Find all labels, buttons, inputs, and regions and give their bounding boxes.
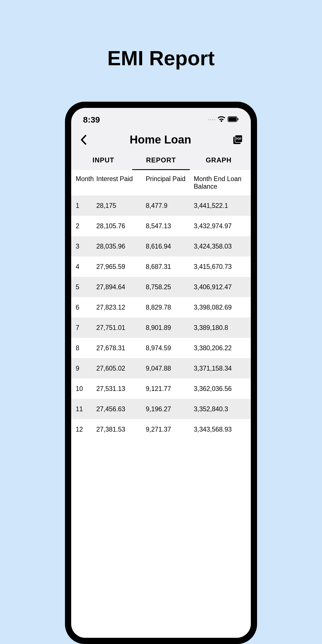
- cell-balance: 3,380,206.22: [193, 344, 251, 352]
- cellular-icon: [208, 119, 215, 120]
- cell-month: 4: [71, 263, 95, 271]
- cell-balance: 3,415,670.73: [193, 263, 251, 271]
- chevron-left-icon: [80, 135, 87, 145]
- battery-icon: [228, 116, 239, 123]
- col-header-month: Month: [71, 175, 95, 190]
- cell-principal: 9,121.77: [145, 385, 193, 393]
- table-row: 1027,531.139,121.773,362,036.56: [71, 378, 251, 399]
- phone-frame: 8:39 Home Loan: [65, 102, 257, 644]
- svg-text:PDF: PDF: [236, 137, 242, 140]
- table-row: 927,605.029,047.883,371,158.34: [71, 358, 251, 378]
- cell-month: 2: [71, 222, 95, 230]
- cell-interest: 27,894.64: [95, 283, 145, 291]
- table-row: 827,678.318,974.593,380,206.22: [71, 338, 251, 358]
- wifi-icon: [217, 116, 225, 123]
- status-bar: 8:39: [71, 108, 251, 128]
- cell-balance: 3,343,568.93: [193, 426, 251, 433]
- cell-interest: 28,105.76: [95, 222, 145, 230]
- table-row: 627,823.128,829.783,398,082.69: [71, 297, 251, 317]
- cell-interest: 27,751.01: [95, 324, 145, 332]
- report-table: Month Interest Paid Principal Paid Month…: [71, 170, 251, 638]
- cell-principal: 9,047.88: [145, 365, 193, 372]
- cell-principal: 8,687.31: [145, 263, 193, 271]
- cell-balance: 3,406,912.47: [193, 283, 251, 291]
- header-title: Home Loan: [130, 133, 191, 146]
- cell-month: 5: [71, 283, 95, 291]
- cell-principal: 8,829.78: [145, 304, 193, 311]
- col-header-balance: Month End Loan Balance: [193, 175, 251, 190]
- cell-month: 6: [71, 304, 95, 311]
- cell-interest: 27,605.02: [95, 365, 145, 372]
- back-button[interactable]: [78, 134, 89, 145]
- table-row: 1127,456.639,196.273,352,840.3: [71, 399, 251, 419]
- table-row: 727,751.018,901.893,389,180.8: [71, 317, 251, 338]
- cell-interest: 27,381.53: [95, 426, 145, 433]
- cell-month: 9: [71, 365, 95, 372]
- table-row: 328,035.968,616.943,424,358.03: [71, 236, 251, 256]
- status-icons: [208, 116, 239, 123]
- cell-interest: 28,035.96: [95, 243, 145, 250]
- phone-screen: 8:39 Home Loan: [71, 108, 251, 638]
- col-header-principal: Principal Paid: [145, 175, 193, 190]
- cell-month: 11: [71, 405, 95, 413]
- table-row: 1227,381.539,271.373,343,568.93: [71, 419, 251, 440]
- col-header-interest: Interest Paid: [95, 175, 145, 190]
- table-header: Month Interest Paid Principal Paid Month…: [71, 170, 251, 195]
- cell-balance: 3,389,180.8: [193, 324, 251, 332]
- table-row: 427,965.598,687.313,415,670.73: [71, 256, 251, 277]
- tab-report[interactable]: REPORT: [132, 151, 190, 170]
- cell-month: 12: [71, 426, 95, 433]
- cell-principal: 9,271.37: [145, 426, 193, 433]
- cell-balance: 3,424,358.03: [193, 243, 251, 250]
- cell-principal: 8,974.59: [145, 344, 193, 352]
- cell-principal: 8,477.9: [145, 202, 193, 210]
- cell-interest: 27,965.59: [95, 263, 145, 271]
- cell-interest: 27,823.12: [95, 304, 145, 311]
- cell-month: 8: [71, 344, 95, 352]
- tabs: INPUT REPORT GRAPH: [71, 151, 251, 170]
- cell-balance: 3,441,522.1: [193, 202, 251, 210]
- cell-interest: 27,531.13: [95, 385, 145, 393]
- cell-month: 7: [71, 324, 95, 332]
- svg-rect-2: [238, 118, 238, 120]
- tab-graph[interactable]: GRAPH: [190, 151, 247, 170]
- cell-balance: 3,352,840.3: [193, 405, 251, 413]
- table-row: 128,1758,477.93,441,522.1: [71, 195, 251, 216]
- cell-balance: 3,362,036.56: [193, 385, 251, 393]
- pdf-icon: PDF: [232, 134, 243, 145]
- cell-principal: 9,196.27: [145, 405, 193, 413]
- cell-balance: 3,432,974.97: [193, 222, 251, 230]
- cell-principal: 8,547.13: [145, 222, 193, 230]
- cell-interest: 28,175: [95, 202, 145, 210]
- table-row: 228,105.768,547.133,432,974.97: [71, 216, 251, 236]
- page-title: EMI Report: [0, 0, 322, 70]
- cell-month: 10: [71, 385, 95, 393]
- cell-principal: 8,758.25: [145, 283, 193, 291]
- cell-balance: 3,398,082.69: [193, 304, 251, 311]
- cell-interest: 27,456.63: [95, 405, 145, 413]
- cell-month: 3: [71, 243, 95, 250]
- table-row: 527,894.648,758.253,406,912.47: [71, 277, 251, 297]
- cell-principal: 8,901.89: [145, 324, 193, 332]
- svg-rect-1: [229, 117, 236, 121]
- cell-month: 1: [71, 202, 95, 210]
- cell-principal: 8,616.94: [145, 243, 193, 250]
- cell-balance: 3,371,158.34: [193, 365, 251, 372]
- tab-input[interactable]: INPUT: [75, 151, 132, 170]
- cell-interest: 27,678.31: [95, 344, 145, 352]
- header-bar: Home Loan PDF: [71, 128, 251, 151]
- table-body[interactable]: 128,1758,477.93,441,522.1228,105.768,547…: [71, 195, 251, 440]
- export-pdf-button[interactable]: PDF: [232, 134, 244, 146]
- status-time: 8:39: [83, 115, 100, 125]
